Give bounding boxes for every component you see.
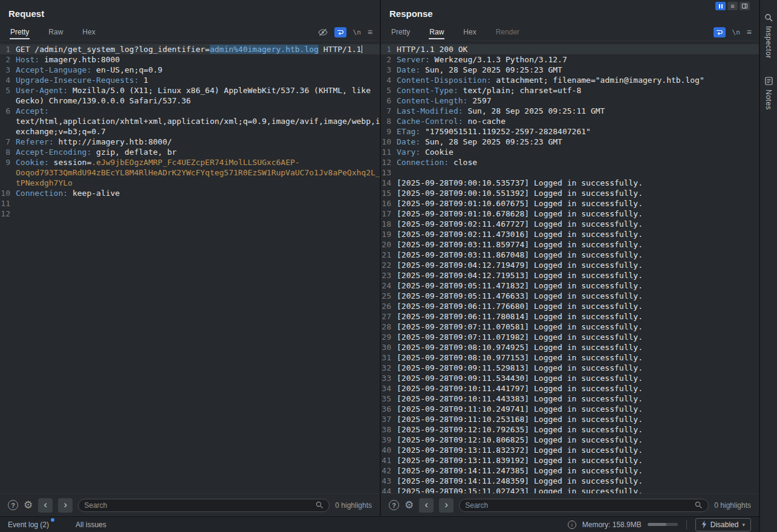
tab-render[interactable]: Render: [495, 25, 520, 39]
tab-hex[interactable]: Hex: [463, 25, 476, 39]
code-line[interactable]: 7Last-Modified: Sun, 28 Sep 2025 09:25:1…: [381, 106, 759, 116]
request-editor[interactable]: 1GET /admin/get_system_log?log_identifie…: [0, 41, 380, 493]
code-line[interactable]: 12Connection: close: [381, 157, 759, 167]
search-input[interactable]: [84, 501, 316, 510]
inspector-icon: [764, 13, 773, 22]
newline-chars-icon[interactable]: \n: [732, 28, 740, 36]
code-line[interactable]: 5User-Agent: Mozilla/5.0 (X11; Linux x86…: [0, 85, 380, 106]
code-line[interactable]: 1HTTP/1.1 200 OK: [381, 44, 759, 54]
pause-tasks-button[interactable]: [715, 2, 726, 10]
code-line[interactable]: 14[2025-09-28T09:00:10.535737] Logged in…: [381, 178, 759, 188]
all-issues-button[interactable]: All issues: [76, 521, 106, 529]
line-number: 40: [381, 445, 397, 455]
code-line[interactable]: 11: [0, 198, 380, 209]
code-line[interactable]: 12: [0, 209, 380, 219]
code-line[interactable]: 42[2025-09-28T09:14:11.247385] Logged in…: [381, 465, 759, 476]
gear-icon[interactable]: ⚙: [24, 500, 33, 510]
code-line[interactable]: 22[2025-09-28T09:04:12.719479] Logged in…: [381, 260, 759, 270]
code-line[interactable]: 1GET /admin/get_system_log?log_identifie…: [0, 44, 380, 54]
hide-nonprintable-icon[interactable]: [318, 28, 328, 36]
next-match-button[interactable]: ›: [439, 498, 454, 513]
code-line[interactable]: 31[2025-09-28T09:08:10.977153] Logged in…: [381, 352, 759, 363]
tab-hex[interactable]: Hex: [82, 25, 96, 39]
code-line[interactable]: 6Content-Length: 2597: [381, 96, 759, 106]
code-line[interactable]: 26[2025-09-28T09:06:11.776680] Logged in…: [381, 301, 759, 311]
burp-message-view: Request PrettyRawHex: [0, 0, 777, 532]
event-log-button[interactable]: Event log (2): [8, 521, 49, 529]
code-line[interactable]: 2Host: imagery.htb:8000: [0, 54, 380, 65]
code-line[interactable]: 2Server: Werkzeug/3.1.3 Python/3.12.7: [381, 54, 759, 65]
soft-wrap-toggle-active[interactable]: [334, 27, 346, 37]
code-line[interactable]: 33[2025-09-28T09:09:11.534430] Logged in…: [381, 373, 759, 383]
help-icon[interactable]: ?: [8, 500, 18, 510]
code-line[interactable]: 34[2025-09-28T09:10:11.441797] Logged in…: [381, 383, 759, 394]
code-line[interactable]: 8Accept-Encoding: gzip, deflate, br: [0, 147, 380, 157]
code-line[interactable]: 29[2025-09-28T09:07:11.071982] Logged in…: [381, 332, 759, 342]
code-line[interactable]: 10Date: Sun, 28 Sep 2025 09:25:23 GMT: [381, 137, 759, 147]
info-icon[interactable]: i: [568, 521, 576, 529]
code-line[interactable]: 27[2025-09-28T09:06:11.780814] Logged in…: [381, 311, 759, 322]
code-line[interactable]: 25[2025-09-28T09:05:11.476633] Logged in…: [381, 291, 759, 301]
line-text: [16, 198, 380, 209]
tab-pretty[interactable]: Pretty: [10, 25, 30, 39]
editor-menu-icon[interactable]: ≡: [747, 28, 752, 36]
soft-wrap-toggle-active[interactable]: [714, 27, 726, 37]
code-line[interactable]: 13: [381, 167, 759, 178]
line-number: 28: [381, 322, 397, 332]
code-line[interactable]: 15[2025-09-28T09:00:10.551392] Logged in…: [381, 188, 759, 198]
code-line[interactable]: 44[2025-09-28T09:15:11.027423] Logged in…: [381, 486, 759, 493]
code-line[interactable]: 3Accept-Language: en-US,en;q=0.9: [0, 65, 380, 75]
code-line[interactable]: 4Upgrade-Insecure-Requests: 1: [0, 75, 380, 85]
code-line[interactable]: 10Connection: keep-alive: [0, 188, 380, 198]
tab-raw[interactable]: Raw: [48, 25, 63, 39]
code-line[interactable]: 11Vary: Cookie: [381, 147, 759, 157]
code-line[interactable]: 8Cache-Control: no-cache: [381, 116, 759, 126]
help-icon[interactable]: ?: [389, 500, 399, 510]
code-line[interactable]: 4Content-Disposition: attachment; filena…: [381, 75, 759, 85]
code-line[interactable]: 41[2025-09-28T09:13:11.839192] Logged in…: [381, 455, 759, 465]
code-line[interactable]: 38[2025-09-28T09:12:10.792635] Logged in…: [381, 424, 759, 435]
code-line[interactable]: 17[2025-09-28T09:01:10.678628] Logged in…: [381, 209, 759, 219]
tab-pretty[interactable]: Pretty: [391, 25, 411, 39]
code-line[interactable]: 24[2025-09-28T09:05:11.471832] Logged in…: [381, 281, 759, 291]
prev-match-button[interactable]: ‹: [38, 498, 53, 513]
code-line[interactable]: 18[2025-09-28T09:02:11.467727] Logged in…: [381, 219, 759, 229]
code-line[interactable]: 36[2025-09-28T09:11:10.249741] Logged in…: [381, 404, 759, 414]
request-tabbar: PrettyRawHex: [0, 24, 380, 41]
line-text: [2025-09-28T09:00:10.535737] Logged in s…: [397, 178, 759, 188]
code-line[interactable]: 9ETag: "1759051511.119252-2597-282840726…: [381, 126, 759, 137]
line-text: Content-Type: text/plain; charset=utf-8: [397, 85, 759, 96]
code-line[interactable]: 20[2025-09-28T09:03:11.859774] Logged in…: [381, 239, 759, 250]
rail-item-notes[interactable]: Notes: [764, 77, 773, 110]
code-line[interactable]: 6Accept: text/html,application/xhtml+xml…: [0, 106, 380, 137]
code-line[interactable]: 23[2025-09-28T09:04:12.719513] Logged in…: [381, 270, 759, 281]
intercept-state-button[interactable]: Disabled ▾: [695, 518, 751, 531]
code-line[interactable]: 43[2025-09-28T09:14:11.248359] Logged in…: [381, 476, 759, 486]
code-line[interactable]: 39[2025-09-28T09:12:10.806825] Logged in…: [381, 435, 759, 445]
search-input[interactable]: [465, 501, 695, 510]
code-line[interactable]: 40[2025-09-28T09:13:11.832372] Logged in…: [381, 445, 759, 455]
code-line[interactable]: 5Content-Type: text/plain; charset=utf-8: [381, 85, 759, 96]
code-line[interactable]: 7Referer: http://imagery.htb:8000/: [0, 137, 380, 147]
prev-match-button[interactable]: ‹: [419, 498, 434, 513]
code-line[interactable]: 28[2025-09-28T09:07:11.070581] Logged in…: [381, 322, 759, 332]
layout-button[interactable]: [740, 2, 750, 10]
tab-raw[interactable]: Raw: [429, 25, 444, 39]
rail-item-inspector[interactable]: Inspector: [764, 13, 773, 59]
code-line[interactable]: 37[2025-09-28T09:11:10.253168] Logged in…: [381, 414, 759, 424]
editor-menu-icon[interactable]: ≡: [368, 28, 372, 36]
code-line[interactable]: 21[2025-09-28T09:03:11.867048] Logged in…: [381, 250, 759, 260]
code-line[interactable]: 30[2025-09-28T09:08:10.974925] Logged in…: [381, 342, 759, 352]
code-line[interactable]: 32[2025-09-28T09:09:11.529813] Logged in…: [381, 363, 759, 373]
next-match-button[interactable]: ›: [58, 498, 73, 513]
code-line[interactable]: 35[2025-09-28T09:10:11.443383] Logged in…: [381, 394, 759, 404]
newline-chars-icon[interactable]: \n: [353, 28, 361, 36]
line-number: 4: [0, 75, 16, 85]
code-line[interactable]: 9Cookie: session=.eJw9jbEOgzAMRP_Fc4UEZc…: [0, 157, 380, 188]
code-line[interactable]: 3Date: Sun, 28 Sep 2025 09:25:23 GMT: [381, 65, 759, 75]
code-line[interactable]: 19[2025-09-28T09:02:11.473016] Logged in…: [381, 229, 759, 239]
response-editor[interactable]: 1HTTP/1.1 200 OK2Server: Werkzeug/3.1.3 …: [381, 41, 759, 493]
gear-icon[interactable]: ⚙: [405, 500, 414, 510]
code-line[interactable]: 16[2025-09-28T09:01:10.607675] Logged in…: [381, 198, 759, 209]
menu-button[interactable]: ≡: [727, 2, 738, 10]
